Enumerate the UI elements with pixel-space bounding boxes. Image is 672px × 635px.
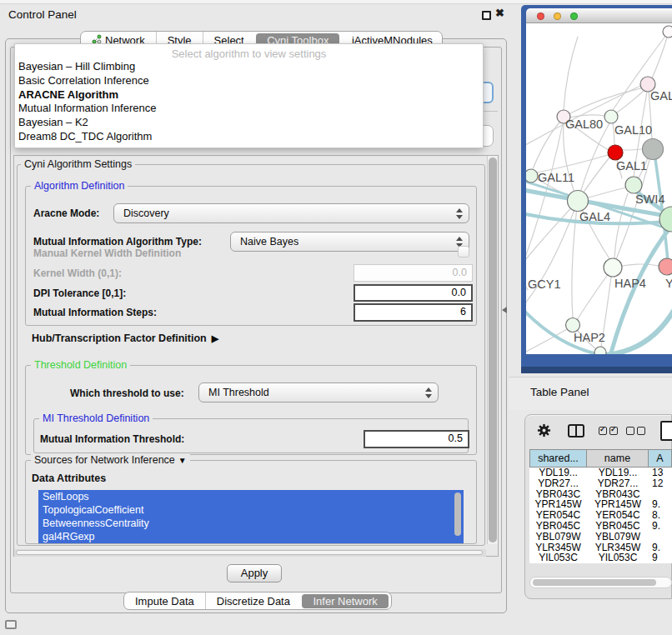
collapse-arrow-icon: ▼ [178, 456, 187, 465]
mi-steps-input[interactable]: 6 [354, 303, 473, 322]
table-cell: YDR27... [587, 478, 649, 489]
dpi-tolerance-label: DPI Tolerance [0,1]: [33, 288, 126, 299]
network-node[interactable] [568, 191, 589, 212]
table-cell: YBR043C [587, 489, 649, 500]
float-window-icon[interactable] [482, 11, 491, 20]
kernel-width-input[interactable]: 0.0 [354, 264, 473, 282]
table-cell: 8. [649, 510, 672, 521]
table-panel-title: Table Panel [530, 386, 589, 398]
sources-toggle[interactable]: Sources for Network Inference▼ [31, 454, 190, 466]
network-edge [623, 149, 643, 150]
algorithm-option-basic-correlation-inference[interactable]: Basic Correlation Inference [15, 74, 483, 88]
table-row[interactable]: YDR27...YDR27...12 [529, 478, 672, 489]
network-node[interactable] [604, 110, 618, 123]
network-node[interactable] [608, 145, 623, 160]
table-cell: YIL053C [529, 552, 587, 563]
column-header-a[interactable]: A [649, 449, 672, 468]
vertical-scrollbar-thumb[interactable] [489, 158, 497, 542]
list-scrollbar-thumb[interactable] [454, 492, 461, 536]
attribute-item-betweennesscentrality[interactable]: BetweennessCentrality [38, 517, 464, 530]
hub-definition-toggle[interactable]: Hub/Transcription Factor Definition▶ [32, 332, 218, 344]
table-row[interactable]: YIL053CYIL053C9 [529, 552, 672, 563]
table-cell: YLR345W [587, 542, 649, 553]
network-edge [605, 303, 672, 354]
attribute-item-selfloops[interactable]: SelfLoops [38, 490, 464, 503]
docked-panel-icon[interactable] [5, 620, 17, 629]
gear-icon[interactable] [537, 423, 551, 438]
attribute-item-topologicalcoefficient[interactable]: TopologicalCoefficient [38, 503, 464, 517]
splitter-collapse-icon[interactable] [502, 307, 507, 313]
which-threshold-select[interactable]: MI Threshold [198, 382, 439, 402]
tab-impute-data[interactable]: Impute Data [124, 592, 205, 609]
table-row[interactable]: YLR345WYLR345W9. [529, 542, 672, 553]
node-label-gal11: GAL11 [538, 171, 574, 184]
aracne-mode-select[interactable]: Discovery [113, 203, 469, 223]
table-row[interactable]: YBR043CYBR043C [529, 489, 672, 500]
algorithm-option-aracne-algorithm[interactable]: ARACNE Algorithm [15, 88, 483, 102]
node-label-gal4: GAL4 [579, 210, 610, 223]
table-cell [649, 532, 672, 542]
aracne-mode-value: Discovery [123, 208, 169, 219]
algorithm-option-dream8-dc-tdc-algorithm[interactable]: Dream8 DC_TDC Algorithm [15, 130, 483, 144]
tab-discretize-data[interactable]: Discretize Data [205, 592, 301, 609]
deselect-all-icon[interactable] [626, 427, 634, 435]
close-icon[interactable]: ✖ [495, 7, 504, 19]
table-cell: YER054C [529, 510, 587, 521]
mi-type-label: Mutual Information Algorithm Type: [33, 236, 202, 248]
deselect-all-icon[interactable] [637, 427, 645, 435]
column-header-shared[interactable]: shared... [529, 449, 587, 468]
table-cell: 9. [649, 521, 672, 532]
node-label-y: Y [665, 277, 672, 290]
algorithm-option-bayesian-hill-climbing[interactable]: Bayesian – Hill Climbing [15, 60, 483, 74]
network-node[interactable] [594, 347, 606, 354]
select-all-icon[interactable] [609, 427, 618, 435]
table-row[interactable]: YPR145WYPR145W9. [529, 499, 672, 510]
mi-threshold-input[interactable]: 0.5 [364, 430, 469, 448]
algorithm-option-mutual-information-inference[interactable]: Mutual Information Inference [15, 102, 483, 116]
network-node[interactable] [659, 258, 672, 275]
close-traffic-light[interactable] [537, 12, 544, 20]
table-row[interactable]: YDL19...YDL19...13 [529, 468, 672, 478]
column-header-name[interactable]: name [587, 449, 649, 468]
select-all-icon[interactable] [599, 427, 607, 435]
attribute-item-gal4rgexp[interactable]: gal4RGexp [38, 530, 464, 543]
manual-kernel-label: Manual Kernel Width Definition [33, 248, 181, 259]
network-node[interactable] [526, 169, 538, 182]
network-node[interactable] [643, 139, 664, 160]
network-node[interactable] [625, 177, 642, 193]
export-table-icon[interactable] [660, 421, 672, 441]
group-title: Algorithm Definition [31, 180, 128, 192]
algorithm-dropdown-popup: Select algorithm to view settings Bayesi… [14, 43, 484, 148]
group-title: MI Threshold Definition [39, 412, 153, 424]
network-edge [533, 122, 559, 169]
minimize-traffic-light[interactable] [554, 12, 561, 20]
apply-button[interactable]: Apply [227, 564, 282, 582]
table-row[interactable]: YER054CYER054C8. [529, 510, 672, 521]
network-graph: GALGAL80GAL10GAL1GAL11SWI4GAL4GCY1HAP4YH… [526, 23, 672, 354]
table-row[interactable]: YBL079WYBL079W [529, 532, 672, 542]
algorithm-option-bayesian-k2[interactable]: Bayesian – K2 [15, 116, 483, 130]
columns-icon[interactable] [568, 424, 584, 438]
node-label-gal1: GAL1 [616, 159, 647, 172]
network-window-titlebar[interactable] [526, 8, 672, 23]
table-cell: YDL19... [587, 468, 649, 478]
table-horizontal-scrollbar-thumb[interactable] [533, 579, 656, 586]
table-header-row: shared...nameA [529, 449, 672, 468]
dropdown-placeholder: Select algorithm to view settings [15, 44, 483, 60]
table-row[interactable]: YBR045CYBR045C9. [529, 521, 672, 532]
network-node[interactable] [604, 258, 622, 277]
tab-infer-network[interactable]: Infer Network [302, 594, 388, 608]
tab-label: Impute Data [135, 595, 194, 608]
which-threshold-label: Which threshold to use: [70, 388, 184, 399]
manual-kernel-checkbox[interactable] [458, 246, 469, 258]
network-node[interactable] [566, 318, 580, 332]
horizontal-scrollbar-thumb[interactable] [16, 550, 483, 555]
network-edge [537, 155, 608, 172]
dpi-tolerance-input[interactable]: 0.0 [354, 284, 473, 302]
network-view-canvas[interactable]: GALGAL80GAL10GAL1GAL11SWI4GAL4GCY1HAP4YH… [526, 23, 672, 354]
mi-algorithm-type-select[interactable]: Naive Bayes [230, 232, 469, 252]
network-node[interactable] [663, 26, 672, 38]
table-cell [649, 489, 672, 500]
network-edge [572, 201, 578, 318]
zoom-traffic-light[interactable] [570, 12, 578, 20]
